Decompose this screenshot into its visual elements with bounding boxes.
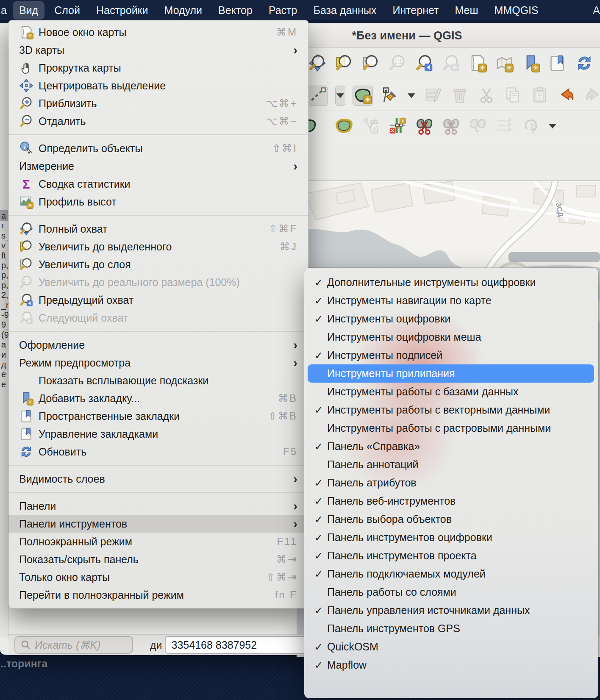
toolbars-submenu-item-22[interactable]: ✓Mapflow [304, 656, 598, 674]
view-menu-item-отдалить[interactable]: Отдалить⌥⌘− [8, 112, 308, 130]
view-menu-item-измерение[interactable]: Измерение› [8, 157, 308, 175]
blob-ring-icon [335, 116, 353, 136]
search-input[interactable]: Искать (⌘K) [14, 636, 133, 654]
view-menu-item-прокрутка-карты[interactable]: Прокрутка карты [8, 59, 308, 77]
toolbars-submenu-item-11[interactable]: Панель аннотаций [304, 456, 598, 474]
submenu-item-label: Панель работы со слоями [327, 586, 456, 598]
toolbars-submenu-item-2[interactable]: ✓Инструменты навигации по карте [304, 292, 598, 310]
view-menu-item-пространственные-закладки[interactable]: Пространственные закладки⇧⌘B [8, 407, 308, 425]
menubar-item-3[interactable]: Настройки [90, 1, 155, 19]
view-menu-item-новое-окно-карты[interactable]: ✳Новое окно карты⌘M [8, 23, 308, 41]
view-menu-item-режим-предпросмотра[interactable]: Режим предпросмотра› [8, 354, 308, 372]
add-polygon-button[interactable]: ✳ [353, 86, 373, 106]
new-map-view-button[interactable]: ✳ [468, 54, 487, 74]
toolbars-submenu-item-10[interactable]: ✓Панель «Справка» [304, 437, 598, 456]
menubar-item-10[interactable]: MMQGIS [488, 1, 545, 19]
identify-icon: i [19, 141, 33, 156]
full-extent-button[interactable] [308, 54, 327, 74]
menubar-item-2[interactable]: Слой [48, 1, 86, 19]
toolbars-submenu-item-21[interactable]: ✓QuickOSM [304, 638, 598, 656]
caret-down-button[interactable] [548, 117, 557, 136]
menu-separator [8, 465, 308, 466]
menu-item-shortcut: ⌘J [280, 241, 297, 253]
toolbars-submenu-item-12[interactable]: ✓Панель атрибутов [304, 474, 598, 492]
zoom-selection-button[interactable] [334, 54, 354, 74]
layers-panel-sliver[interactable]: агs_vftp,p,p,2,_r-99_(9аидее [0, 47, 8, 637]
view-menu-item-сводка-статистики[interactable]: ΣСводка статистики [8, 175, 308, 193]
vertex-tool-button[interactable] [380, 86, 400, 106]
coordinates-input[interactable]: 3354168 8387952 [165, 636, 325, 654]
view-menu-item-3d-карты[interactable]: 3D карты› [8, 41, 308, 59]
view-menu-item-перейти-в-полноэкранный-режим[interactable]: Перейти в полноэкранный режимfn F [8, 586, 308, 604]
menu-item-label: Определить объекты [39, 142, 142, 155]
toolbars-submenu-item-16[interactable]: ✓Панель инструментов проекта [304, 547, 598, 565]
view-menu-item-предыдущий-охват[interactable]: Предыдущий охват [8, 291, 308, 309]
view-menu-item-определить-объекты[interactable]: iОпределить объекты⇧⌘I [8, 139, 308, 157]
view-menu-item-управление-закладками[interactable]: Управление закладками [8, 425, 308, 443]
checkmark-icon: ✓ [310, 605, 327, 617]
menu-item-shortcut: F5 [283, 446, 297, 458]
toolbars-submenu-item-17[interactable]: ✓Панель подключаемых модулей [304, 565, 598, 583]
menubar-item-4[interactable]: Модули [158, 1, 209, 19]
view-menu-item-увеличить-до-слоя[interactable]: Увеличить до слоя [8, 256, 308, 273]
blob-cut-button[interactable] [308, 117, 327, 136]
toolbars-submenu-item-19[interactable]: ✓Панель управления источниками данных [304, 601, 598, 619]
view-menu-item-увеличить-до-выделенного[interactable]: Увеличить до выделенного⌘J [8, 238, 308, 256]
view-menu-item-полный-охват[interactable]: Полный охват⇧⌘F [8, 220, 308, 238]
menubar-item-1[interactable]: Вид [13, 1, 44, 19]
caret-down-button[interactable] [335, 86, 345, 106]
undo-button[interactable] [557, 86, 576, 106]
view-menu-item-оформление[interactable]: Оформление› [8, 336, 308, 354]
view-menu-item-центрировать-выделение[interactable]: Центрировать выделение [8, 77, 308, 94]
toolbars-submenu-item-9[interactable]: Инструменты работы с растровыми данными [304, 419, 598, 437]
view-menu-item-показать-всплывающие-подсказки[interactable]: Показать всплывающие подсказки [8, 372, 308, 389]
view-menu-item-обновить[interactable]: ОбновитьF5 [8, 443, 308, 461]
toolbars-submenu-item-7[interactable]: Инструменты работы с базами данных [304, 383, 598, 401]
submenu-item-label: Панель подключаемых модулей [327, 568, 486, 580]
pan-hand-icon [19, 61, 33, 75]
bookmarks-book-button[interactable] [548, 54, 567, 74]
view-menu-item-панели[interactable]: Панели› [8, 497, 308, 515]
view-menu-item-профиль-высот[interactable]: ✳Профиль высот [8, 193, 308, 211]
toolbars-submenu-item-18[interactable]: Панель работы со слоями [304, 583, 598, 601]
toolbars-submenu-item-4[interactable]: Инструменты оцифровки меша [304, 328, 598, 346]
view-menu-item-панели-инструментов[interactable]: Панели инструментов› [8, 515, 308, 533]
view-menu-item-полноэкранный-режим[interactable]: Полноэкранный режимF11 [8, 533, 308, 550]
refresh-button[interactable] [575, 54, 594, 74]
toolbars-submenu-item-3[interactable]: ✓Инструменты оцифровки [304, 310, 598, 328]
view-menu-item-видимость-слоев[interactable]: Видимость слоев› [8, 470, 308, 488]
split-parts-button[interactable] [414, 117, 434, 136]
view-menu-item-добавить-закладку-[interactable]: ✳Добавить закладку...⌘B [8, 389, 308, 407]
view-menu-item-приблизить[interactable]: Приблизить⌥⌘+ [8, 94, 308, 112]
menu-item-label: Показать всплывающие подсказки [39, 375, 208, 387]
submenu-arrow-icon: › [293, 473, 297, 485]
menubar-item-6[interactable]: Растр [262, 1, 304, 19]
digitize-line-button[interactable] [308, 86, 328, 106]
split-features-button[interactable]: ✳✕ [388, 117, 407, 136]
prev-extent-button[interactable] [414, 54, 434, 74]
window-title: *Без имени — QGIS [308, 29, 506, 42]
caret-down-button[interactable] [407, 86, 416, 106]
svg-text:✕: ✕ [390, 127, 395, 133]
toolbars-submenu-item-14[interactable]: ✓Панель выбора объектов [304, 510, 598, 528]
bookmark-add-button[interactable]: ✳ [521, 54, 541, 74]
map-theme-button[interactable]: ✳ [494, 54, 514, 74]
toolbars-submenu-item-20[interactable]: Панель инструментов GPS [304, 619, 598, 638]
toolbars-submenu-item-8[interactable]: ✓Инструменты работы с векторными данными [304, 401, 598, 419]
menubar-item-9[interactable]: Меш [449, 1, 485, 19]
toolbars-submenu-item-5[interactable]: ✓Инструменты подписей [304, 346, 598, 364]
toolbars-submenu-item-1[interactable]: ✓Дополнительные инструменты оцифровки [304, 273, 598, 292]
view-menu-item-только-окно-карты[interactable]: Только окно карты⇧⌘⇥ [8, 568, 308, 586]
menubar-item-8[interactable]: Интернет [386, 1, 445, 19]
blob-ring-button[interactable] [334, 117, 354, 136]
toolbars-submenu-item-15[interactable]: ✓Панель инструментов оцифровки [304, 528, 598, 547]
zoom-layer-button[interactable] [361, 54, 381, 74]
checkmark-icon: ✓ [310, 441, 327, 453]
toolbars-submenu-item-6[interactable]: Инструменты прилипания [308, 364, 594, 383]
next-extent-icon [19, 311, 33, 325]
view-menu-item-показать-скрыть-панель[interactable]: Показать/скрыть панель⌘⇥ [8, 550, 308, 568]
menubar-item-7[interactable]: База данных [307, 1, 383, 19]
toolbars-submenu-item-13[interactable]: ✓Панель веб-инструментов [304, 492, 598, 510]
toolbar-digitizing: ✳ [297, 81, 600, 111]
menubar-item-5[interactable]: Вектор [212, 1, 259, 19]
